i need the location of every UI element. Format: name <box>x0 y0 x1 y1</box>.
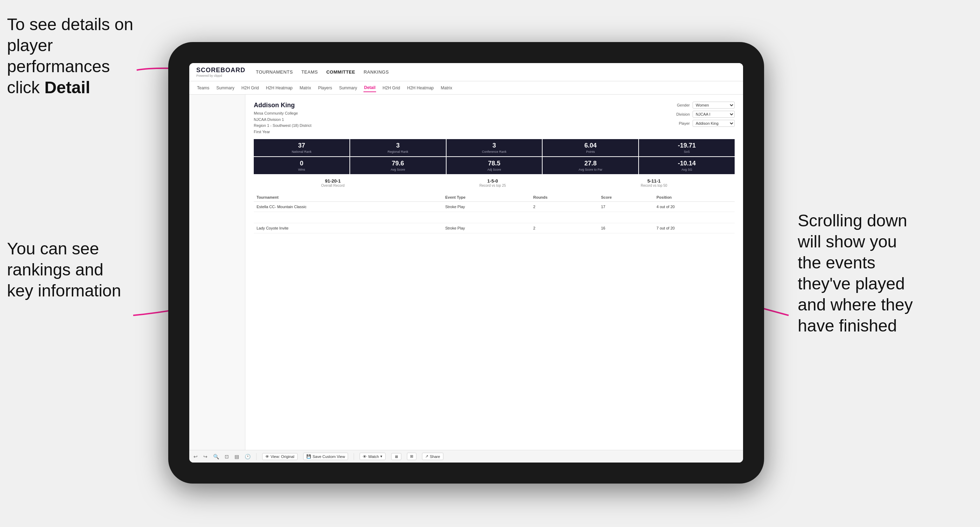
stat-national-rank: 37 National Rank <box>254 139 350 156</box>
player-select[interactable]: Addison King <box>693 120 735 127</box>
gender-select[interactable]: Women <box>693 102 735 109</box>
stat-avg-sg: -10.14 Avg SG <box>639 157 735 174</box>
stat-regional-rank: 3 Regional Rank <box>350 139 446 156</box>
watch-button[interactable]: 👁 Watch ▾ <box>360 453 385 460</box>
cell-rounds-1: 2 <box>530 202 598 212</box>
fit-icon[interactable]: ⊡ <box>225 454 229 459</box>
sub-summary2[interactable]: Summary <box>338 84 358 92</box>
stat-avg-score: 79.6 Avg Score <box>350 157 446 174</box>
cell-position-1: 4 out of 20 <box>654 202 735 212</box>
division-filter-row: Division NJCAA I <box>671 111 735 118</box>
annotation-top-left: To see details on player performances cl… <box>7 14 140 98</box>
sub-h2h-grid2[interactable]: H2H Grid <box>382 84 401 92</box>
sub-summary[interactable]: Summary <box>216 84 235 92</box>
tournament-table: Tournament Event Type Rounds Score Posit… <box>254 193 735 233</box>
sub-h2h-heatmap[interactable]: H2H Heatmap <box>265 84 293 92</box>
redo-icon[interactable]: ↪ <box>203 454 207 459</box>
sub-nav: Teams Summary H2H Grid H2H Heatmap Matri… <box>189 81 743 95</box>
watch-icon: 👁 <box>363 454 367 459</box>
cell-score-3: 16 <box>598 223 654 233</box>
cell-rounds-3: 2 <box>530 223 598 233</box>
undo-icon[interactable]: ↩ <box>194 454 198 459</box>
sub-h2h-heatmap2[interactable]: H2H Heatmap <box>406 84 434 92</box>
stat-points: 6.04 Points <box>542 139 638 156</box>
cell-event-type-3: Stroke Play <box>442 223 530 233</box>
screen-button[interactable]: 🖥 <box>391 453 401 460</box>
logo-sub: Powered by clippd <box>196 74 245 78</box>
main-content: Addison King Mesa Community College NJCA… <box>189 95 743 450</box>
col-score: Score <box>598 193 654 202</box>
cell-position-3: 7 out of 20 <box>654 223 735 233</box>
nav-rankings[interactable]: RANKINGS <box>363 68 389 76</box>
table-row <box>254 212 735 223</box>
player-filters: Gender Women Division NJCAA I <box>671 102 735 135</box>
nav-teams[interactable]: TEAMS <box>301 68 318 76</box>
stat-avg-score-par: 27.8 Avg Score to Par <box>542 157 638 174</box>
tablet-screen: SCOREBOARD Powered by clippd TOURNAMENTS… <box>189 63 743 462</box>
nav-committee[interactable]: COMMITTEE <box>326 68 355 76</box>
player-school: Mesa Community College <box>254 111 298 115</box>
record-top25: 1-5-0 Record vs top 25 <box>479 178 506 187</box>
stat-adj-score: 78.5 Adj Score <box>447 157 542 174</box>
player-info: Addison King Mesa Community College NJCA… <box>254 102 311 135</box>
player-division: NJCAA Division 1 <box>254 117 284 122</box>
save-custom-view-button[interactable]: 💾 Save Custom View <box>303 453 348 460</box>
share-button[interactable]: ↗ Share <box>422 453 443 460</box>
share-icon: ↗ <box>425 454 428 459</box>
gender-filter-row: Gender Women <box>671 102 735 109</box>
player-filter-label: Player <box>671 121 690 125</box>
scoreboard-logo: SCOREBOARD Powered by clippd <box>196 67 245 78</box>
detail-panel[interactable]: Addison King Mesa Community College NJCA… <box>245 95 743 450</box>
cell-event-type-1: Stroke Play <box>442 202 530 212</box>
table-row: Lady Coyote Invite Stroke Play 2 16 7 ou… <box>254 223 735 233</box>
table-row: Estella CC- Mountain Classic Stroke Play… <box>254 202 735 212</box>
record-top50: 5-11-1 Record vs top 50 <box>641 178 667 187</box>
left-sidebar <box>189 95 245 450</box>
sub-players[interactable]: Players <box>317 84 332 92</box>
nav-tournaments[interactable]: TOURNAMENTS <box>256 68 293 76</box>
stat-conference-rank: 3 Conference Rank <box>447 139 542 156</box>
clock-icon[interactable]: 🕐 <box>245 454 251 459</box>
grid-button[interactable]: ⊞ <box>407 453 417 460</box>
screen-icon: 🖥 <box>394 454 398 459</box>
player-header: Addison King Mesa Community College NJCA… <box>254 102 735 135</box>
col-rounds: Rounds <box>530 193 598 202</box>
eye-icon: 👁 <box>265 454 269 459</box>
annotation-right: Scrolling down will show you the events … <box>798 210 973 337</box>
sub-teams[interactable]: Teams <box>196 84 210 92</box>
sub-h2h-grid[interactable]: H2H Grid <box>241 84 260 92</box>
player-filter-row: Player Addison King <box>671 120 735 127</box>
stats-row2: 0 Wins 79.6 Avg Score 78.5 Adj Score 27.… <box>254 157 735 174</box>
player-name: Addison King <box>254 102 311 109</box>
top-nav: SCOREBOARD Powered by clippd TOURNAMENTS… <box>189 63 743 81</box>
stat-wins: 0 Wins <box>254 157 350 174</box>
zoom-icon[interactable]: 🔍 <box>213 454 219 459</box>
tablet-frame: SCOREBOARD Powered by clippd TOURNAMENTS… <box>168 42 764 484</box>
stats-row1: 37 National Rank 3 Regional Rank 3 Confe… <box>254 139 735 156</box>
player-year: First Year <box>254 130 270 134</box>
top-nav-items: TOURNAMENTS TEAMS COMMITTEE RANKINGS <box>256 68 389 76</box>
bottom-toolbar: ↩ ↪ 🔍 ⊡ ▤ 🕐 👁 View: Original 💾 Save Cust… <box>189 450 743 462</box>
cell-tournament-1: Estella CC- Mountain Classic <box>254 202 442 212</box>
table-header-row: Tournament Event Type Rounds Score Posit… <box>254 193 735 202</box>
layout-icon[interactable]: ▤ <box>234 454 239 459</box>
col-event-type: Event Type <box>442 193 530 202</box>
sub-matrix[interactable]: Matrix <box>299 84 312 92</box>
annotation-bottom-left: You can see rankings and key information <box>7 238 154 302</box>
cell-score-1: 17 <box>598 202 654 212</box>
division-filter-label: Division <box>671 112 690 116</box>
division-select[interactable]: NJCAA I <box>693 111 735 118</box>
view-original-button[interactable]: 👁 View: Original <box>262 453 298 460</box>
stat-sos: -19.71 SoS <box>639 139 735 156</box>
sub-detail[interactable]: Detail <box>363 84 376 92</box>
grid-icon: ⊞ <box>410 454 413 459</box>
player-region: Region 1 - Southwest (18) District <box>254 123 311 127</box>
records-row: 91-20-1 Overall Record 1-5-0 Record vs t… <box>254 178 735 187</box>
logo-title: SCOREBOARD <box>196 67 245 74</box>
record-overall: 91-20-1 Overall Record <box>321 178 345 187</box>
col-tournament: Tournament <box>254 193 442 202</box>
save-icon: 💾 <box>306 454 311 459</box>
gender-filter-label: Gender <box>671 103 690 107</box>
sub-matrix2[interactable]: Matrix <box>440 84 453 92</box>
col-position: Position <box>654 193 735 202</box>
